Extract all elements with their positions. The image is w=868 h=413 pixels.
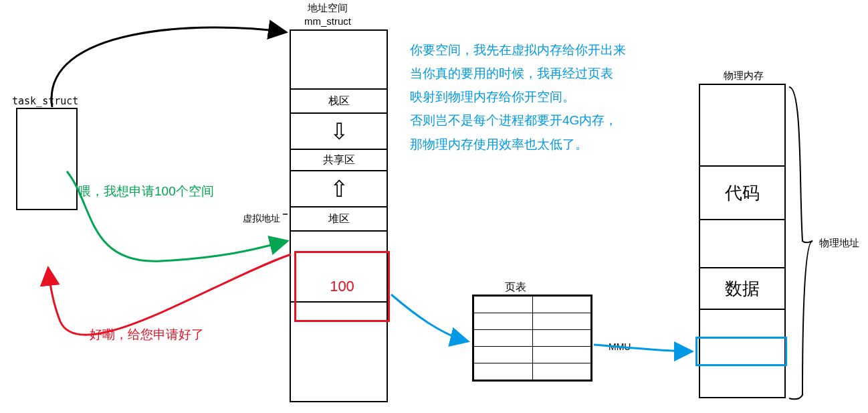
arrow-red-response bbox=[48, 254, 291, 335]
arrow-black-task-to-mm bbox=[51, 27, 286, 107]
physical-alloc-box bbox=[695, 337, 787, 366]
arrow-cyan-to-pagetable bbox=[391, 295, 468, 341]
mm-title-line1: 地址空间 bbox=[308, 2, 348, 13]
page-table-cell bbox=[474, 363, 533, 380]
mm-title-line2: mm_struct bbox=[304, 15, 351, 27]
page-table-cell bbox=[474, 297, 533, 313]
physical-memory-label: 物理内存 bbox=[724, 70, 764, 82]
mm-region-stack: 栈区 bbox=[291, 88, 387, 112]
allocated-100-box: 100 bbox=[294, 251, 390, 322]
mm-region-empty-top bbox=[291, 31, 387, 88]
page-table-cell bbox=[532, 297, 591, 313]
phys-region-data: 数据 bbox=[700, 267, 784, 309]
page-table-cell bbox=[532, 313, 591, 330]
blue-annotation: 你要空间，我先在虚拟内存给你开出来 当你真的要用的时候，我再经过页表 映射到物理… bbox=[410, 38, 626, 156]
page-table-cell bbox=[532, 363, 591, 380]
mm-region-shared: 共享区 bbox=[291, 149, 387, 170]
physical-address-label: 物理地址 bbox=[819, 237, 859, 250]
page-table-box bbox=[472, 295, 592, 382]
blue-line-2: 当你真的要用的时候，我再经过页表 bbox=[410, 62, 626, 85]
blue-line-3: 映射到物理内存给你开空间。 bbox=[410, 85, 626, 108]
mmu-label: MMU bbox=[609, 341, 631, 352]
phys-region-empty-top bbox=[700, 85, 784, 165]
task-struct-label: task_struct bbox=[12, 95, 78, 107]
page-table-cell bbox=[532, 330, 591, 347]
page-table-cell bbox=[474, 313, 533, 330]
brace-phys-addr bbox=[789, 87, 812, 399]
phys-region-gap bbox=[700, 219, 784, 267]
task-struct-box bbox=[16, 108, 78, 210]
page-table-cell bbox=[532, 347, 591, 363]
page-table-cell bbox=[474, 330, 533, 347]
up-arrow-icon: ⇧ bbox=[291, 170, 387, 206]
mm-struct-title: 地址空间 mm_struct bbox=[304, 1, 351, 27]
mm-region-heap: 堆区 bbox=[291, 206, 387, 230]
down-arrow-icon: ⇩ bbox=[291, 112, 387, 149]
blue-line-4: 否则岂不是每个进程都要开4G内存， bbox=[410, 108, 626, 132]
mm-struct-box: 栈区 ⇩ 共享区 ⇧ 堆区 bbox=[290, 29, 388, 402]
page-table-label: 页表 bbox=[505, 280, 526, 295]
blue-line-5: 那物理内存使用效率也太低了。 bbox=[410, 133, 626, 156]
phys-region-code: 代码 bbox=[700, 165, 784, 219]
virtual-address-label: 虚拟地址 bbox=[243, 213, 280, 225]
red-annotation: 好嘞，给您申请好了 bbox=[90, 326, 204, 343]
page-table-cell bbox=[474, 347, 533, 363]
green-annotation: 喂，我想申请100个空间 bbox=[78, 183, 214, 200]
blue-line-1: 你要空间，我先在虚拟内存给你开出来 bbox=[410, 38, 626, 62]
